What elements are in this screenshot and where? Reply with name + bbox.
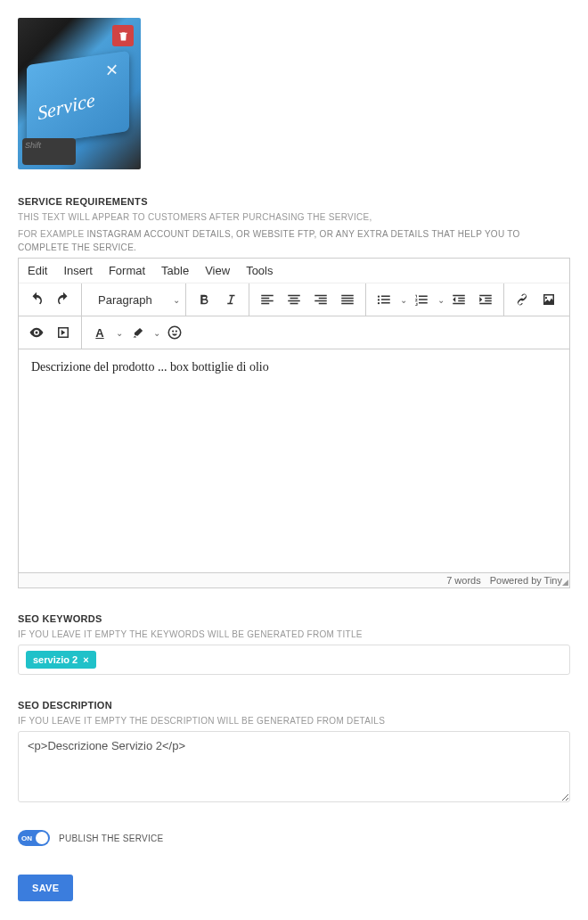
- resize-handle-icon[interactable]: ◢: [562, 578, 568, 587]
- bg-color-button[interactable]: [125, 320, 150, 345]
- media-button[interactable]: [51, 320, 76, 345]
- publish-toggle[interactable]: ON: [18, 830, 50, 846]
- smiley-icon: [167, 324, 183, 341]
- eye-icon: [29, 324, 45, 341]
- align-justify-button[interactable]: [335, 287, 360, 312]
- menu-format[interactable]: Format: [109, 264, 145, 277]
- editor-menubar: Edit Insert Format Table View Tools: [19, 259, 569, 283]
- redo-icon: [55, 292, 71, 308]
- menu-tools[interactable]: Tools: [246, 264, 273, 277]
- requirements-help-2: FOR EXAMPLE INSTAGRAM ACCOUNT DETAILS, O…: [18, 227, 570, 254]
- image-shift-key: Shift: [22, 138, 76, 165]
- align-left-button[interactable]: [255, 287, 280, 312]
- align-center-icon: [286, 292, 302, 308]
- seo-keywords-section: SEO KEYWORDS IF YOU LEAVE IT EMPTY THE K…: [18, 613, 570, 675]
- align-right-button[interactable]: [308, 287, 333, 312]
- menu-table[interactable]: Table: [161, 264, 189, 277]
- outdent-button[interactable]: [446, 287, 471, 312]
- align-center-button[interactable]: [282, 287, 306, 312]
- link-button[interactable]: [510, 287, 535, 312]
- editor-footer: 7 words Powered by Tiny ◢: [19, 572, 569, 587]
- seo-description-section: SEO DESCRIPTION IF YOU LEAVE IT EMPTY TH…: [18, 700, 570, 805]
- redo-button[interactable]: [51, 287, 76, 312]
- indent-icon: [478, 292, 494, 308]
- tag-remove-icon[interactable]: ×: [83, 654, 88, 665]
- bold-icon: [196, 292, 212, 308]
- save-button[interactable]: SAVE: [18, 875, 73, 901]
- chevron-down-icon[interactable]: ⌄: [400, 295, 407, 305]
- highlight-icon: [131, 326, 144, 340]
- italic-icon: [223, 292, 239, 308]
- seo-description-textarea[interactable]: [18, 731, 570, 802]
- service-requirements-section: SERVICE REQUIREMENTS THIS TEXT WILL APPE…: [18, 196, 570, 588]
- publish-row: ON PUBLISH THE SERVICE: [18, 830, 570, 846]
- keyword-tag: servizio 2 ×: [26, 651, 96, 669]
- italic-button[interactable]: [218, 287, 243, 312]
- tag-label: servizio 2: [33, 654, 78, 665]
- emoji-button[interactable]: [162, 320, 187, 345]
- seo-description-label: SEO DESCRIPTION: [18, 700, 570, 711]
- delete-image-button[interactable]: [112, 25, 134, 46]
- menu-edit[interactable]: Edit: [28, 264, 47, 277]
- word-count: 7 words: [446, 575, 481, 586]
- play-box-icon: [55, 324, 71, 341]
- outdent-icon: [451, 292, 467, 308]
- editor-toolbar-row-1: Paragraph ⌄ ⌄ ⌄: [19, 283, 569, 316]
- align-left-icon: [259, 292, 275, 308]
- requirements-help-1: THIS TEXT WILL APPEAR TO CUSTOMERS AFTER…: [18, 210, 570, 224]
- seo-keywords-help: IF YOU LEAVE IT EMPTY THE KEYWORDS WILL …: [18, 628, 570, 641]
- menu-view[interactable]: View: [205, 264, 230, 277]
- link-icon: [514, 292, 530, 308]
- indent-button[interactable]: [473, 287, 498, 312]
- rich-text-editor: Edit Insert Format Table View Tools Para…: [18, 258, 570, 588]
- align-right-icon: [313, 292, 329, 308]
- text-color-icon: A: [95, 326, 103, 340]
- publish-text: PUBLISH THE SERVICE: [59, 834, 164, 843]
- bullet-list-icon: [376, 292, 392, 308]
- toggle-knob: [36, 832, 48, 844]
- numbered-list-button[interactable]: [409, 287, 434, 312]
- undo-icon: [29, 292, 45, 308]
- service-image-preview: ✕ Service Shift: [18, 18, 141, 169]
- align-justify-icon: [339, 292, 355, 308]
- editor-toolbar-row-2: A ⌄ ⌄: [19, 316, 569, 349]
- powered-by: Powered by Tiny: [490, 575, 562, 586]
- chevron-down-icon[interactable]: ⌄: [116, 328, 123, 338]
- chevron-down-icon[interactable]: ⌄: [437, 295, 445, 305]
- image-icon: [541, 292, 557, 308]
- image-service-text: Service: [37, 88, 96, 125]
- bold-button[interactable]: [192, 287, 216, 312]
- numbered-list-icon: [413, 292, 429, 308]
- text-color-button[interactable]: A: [87, 320, 112, 345]
- menu-insert[interactable]: Insert: [63, 264, 93, 277]
- chevron-down-icon[interactable]: ⌄: [153, 328, 160, 338]
- image-button[interactable]: [536, 287, 561, 312]
- service-requirements-label: SERVICE REQUIREMENTS: [18, 196, 570, 207]
- wrench-screwdriver-icon: ✕: [105, 60, 118, 81]
- seo-description-help: IF YOU LEAVE IT EMPTY THE DESCRIPTION WI…: [18, 714, 570, 727]
- toggle-on-label: ON: [18, 834, 32, 842]
- undo-button[interactable]: [24, 287, 49, 312]
- seo-keywords-label: SEO KEYWORDS: [18, 613, 570, 624]
- bullet-list-button[interactable]: [372, 287, 396, 312]
- chevron-down-icon: ⌄: [173, 295, 180, 305]
- seo-keywords-input[interactable]: servizio 2 ×: [18, 645, 570, 675]
- preview-button[interactable]: [24, 320, 49, 345]
- format-select[interactable]: Paragraph: [91, 290, 171, 310]
- trash-icon: [118, 30, 129, 42]
- editor-content[interactable]: Descrizione del prodotto ... box bottigl…: [19, 349, 569, 572]
